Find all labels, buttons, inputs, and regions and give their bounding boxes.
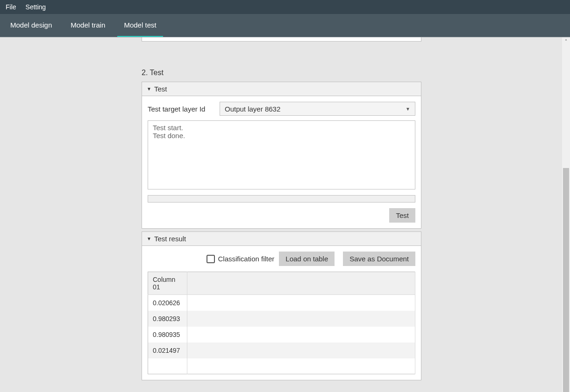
vertical-scrollbar[interactable]: ˄ xyxy=(562,37,570,392)
menu-file[interactable]: File xyxy=(6,3,16,11)
classification-filter-label: Classification filter xyxy=(218,255,274,263)
menu-setting[interactable]: Setting xyxy=(26,3,46,11)
save-as-document-button[interactable]: Save as Document xyxy=(343,252,415,266)
test-panel-title: Test xyxy=(154,85,167,93)
tabbar: Model design Model train Model test xyxy=(0,14,570,37)
test-panel: ▼ Test Test target layer Id Output layer… xyxy=(142,82,421,229)
test-button[interactable]: Test xyxy=(389,208,415,223)
target-layer-label: Test target layer Id xyxy=(148,105,213,113)
table-row[interactable]: 0.980935 xyxy=(148,327,415,343)
test-result-panel-title: Test result xyxy=(154,235,186,243)
test-result-panel-header[interactable]: ▼ Test result xyxy=(142,232,421,246)
test-panel-header[interactable]: ▼ Test xyxy=(142,82,421,96)
test-result-panel: ▼ Test result Classification filter Load… xyxy=(142,231,421,380)
tab-model-test[interactable]: Model test xyxy=(117,14,163,37)
previous-panel-stub xyxy=(142,37,421,42)
cell-value: 0.021497 xyxy=(148,343,187,358)
target-layer-dropdown[interactable]: Output layer 8632 ▼ xyxy=(220,102,415,116)
cell-value: 0.980935 xyxy=(148,327,187,343)
table-row[interactable]: 0.980293 xyxy=(148,311,415,327)
chevron-down-icon: ▼ xyxy=(406,106,410,112)
column-header[interactable]: Column 01 xyxy=(148,272,187,295)
table-row[interactable]: 0.021497 xyxy=(148,343,415,358)
column-header-empty xyxy=(187,272,415,295)
caret-down-icon: ▼ xyxy=(147,236,151,241)
cell-value: 0.980293 xyxy=(148,311,187,327)
table-row-empty xyxy=(148,358,415,374)
tab-model-train[interactable]: Model train xyxy=(64,14,112,37)
checkbox-icon xyxy=(207,255,215,263)
content-area: 2. Test ▼ Test Test target layer Id Outp… xyxy=(0,37,570,392)
classification-filter-checkbox[interactable]: Classification filter xyxy=(207,255,274,263)
scroll-up-icon[interactable]: ˄ xyxy=(562,37,570,45)
section-title: 2. Test xyxy=(142,69,421,77)
menubar: File Setting xyxy=(0,0,570,14)
progress-bar xyxy=(148,195,415,203)
target-layer-value: Output layer 8632 xyxy=(225,105,280,113)
load-on-table-button[interactable]: Load on table xyxy=(279,252,335,266)
cell-value: 0.020626 xyxy=(148,295,187,311)
tab-model-design[interactable]: Model design xyxy=(4,14,58,37)
test-log: Test start. Test done. xyxy=(148,120,415,189)
table-row[interactable]: 0.020626 xyxy=(148,295,415,311)
result-table: Column 01 0.020626 0.980293 xyxy=(148,272,415,374)
scrollbar-thumb[interactable] xyxy=(563,168,569,392)
caret-down-icon: ▼ xyxy=(147,86,151,91)
